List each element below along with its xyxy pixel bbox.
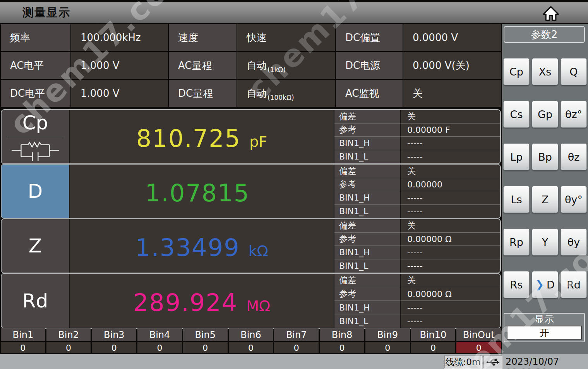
bin-header-binout: BinOut — [456, 328, 501, 341]
display-label: 显示 — [535, 314, 554, 325]
measurement-row-z: Z 1.33499 kΩ 偏差 关 参考 0.00000 Ω BIN1_H --… — [1, 218, 501, 273]
param-button-thetaz-deg[interactable]: θz° — [561, 101, 587, 128]
bin1-high-label: BIN1_H — [334, 301, 401, 314]
measurement-param-button-cp[interactable]: Cp — [2, 110, 70, 163]
bin1-low-value: ----- — [401, 205, 500, 218]
param-value-sub: (1kΩ) — [267, 66, 286, 74]
param-button-y[interactable]: Y — [532, 228, 558, 256]
divider — [7, 137, 63, 137]
param-label-ac-level: AC电平 — [1, 52, 70, 79]
param-button-d-selected[interactable]: ❯ D — [532, 271, 558, 298]
bin-header: Bin6 — [229, 328, 273, 341]
param-value-text: 1.000 V — [81, 88, 119, 99]
param-name: Cp — [22, 112, 48, 134]
param-value-text: 快速 — [247, 31, 267, 45]
reference-label: 参考 — [334, 233, 401, 246]
param-value-ac-level[interactable]: 1.000 V — [71, 52, 168, 79]
param-value-frequency[interactable]: 100.000kHz — [71, 24, 168, 51]
param-button-gp[interactable]: Gp — [532, 101, 558, 128]
param-button-ls[interactable]: Ls — [503, 186, 530, 213]
param-label-ac-range: AC量程 — [169, 52, 237, 79]
measurement-value-d: 1.07815 — [70, 176, 334, 207]
param-value-speed[interactable]: 快速 — [237, 24, 335, 51]
measurement-subtable: 偏差 关 参考 0.00000 Ω BIN1_H ----- BIN1_L --… — [334, 274, 500, 328]
title-bar: 测量显示 — [0, 2, 588, 23]
param-button-cp[interactable]: Cp — [503, 58, 530, 85]
reference-value: 0.00000 Ω — [401, 287, 500, 301]
param-button-row: Cs Gp θz° — [503, 101, 587, 128]
measurement-subtable: 偏差 关 参考 0.00000 Ω BIN1_H ----- BIN1_L --… — [334, 219, 500, 273]
datetime-display: 2023/10/07 09:02:30 — [506, 356, 588, 369]
bin1-low-value: ----- — [401, 314, 500, 328]
param-label-frequency: 频率 — [1, 24, 70, 51]
param-value-dc-level[interactable]: 1.000 V — [71, 80, 168, 107]
param-button-rp[interactable]: Rp — [503, 228, 530, 256]
measurement-row-d: D 1.07815 偏差 关 参考 0.00000 BIN1_H ----- B… — [1, 164, 501, 219]
measurement-number: 1.07815 — [145, 179, 250, 207]
bin-count: 0 — [46, 342, 91, 353]
reference-value: 0.00000 — [401, 178, 500, 192]
status-bar: 线缆:0m 2023/10/07 09:02:30 — [0, 354, 588, 369]
bin-header: Bin10 — [411, 328, 456, 341]
param-button-row: Rs ❯ D Rd — [503, 271, 587, 298]
param-button-bp[interactable]: Bp — [532, 143, 558, 170]
deviation-value: 关 — [401, 110, 500, 124]
bin1-low-value: ----- — [401, 150, 500, 164]
bin1-low-label: BIN1_L — [334, 150, 401, 164]
reference-label: 参考 — [334, 178, 401, 192]
param-button-thetay[interactable]: θy — [561, 228, 587, 256]
measurement-value-rd: 289.924 MΩ — [70, 285, 334, 317]
measurement-value-cp: 810.725 pF — [70, 121, 334, 153]
bin1-high-label: BIN1_H — [334, 191, 401, 205]
param-value-text: 0.000 V(关) — [413, 59, 470, 72]
param-value-ac-monitor[interactable]: 关 — [403, 80, 501, 107]
bin1-high-value: ----- — [401, 246, 500, 259]
param-button-thetay-deg[interactable]: θy° — [561, 186, 587, 213]
display-on-button[interactable]: 开 — [507, 326, 582, 340]
param-button-rs[interactable]: Rs — [503, 271, 530, 298]
param-button-rd[interactable]: Rd — [561, 271, 587, 298]
bin-header: Bin1 — [1, 328, 45, 341]
param-value-text: 自动 — [247, 59, 267, 72]
bin-header: Bin7 — [274, 328, 319, 341]
param-value-dc-range[interactable]: 自动(100kΩ) — [237, 80, 335, 107]
bin-count: 0 — [274, 342, 319, 353]
measurement-subtable: 偏差 关 参考 0.00000 F BIN1_H ----- BIN1_L --… — [334, 110, 500, 163]
param-label-dc-source: DC电源 — [336, 52, 403, 79]
measurement-number: 289.924 — [133, 288, 238, 317]
measurement-param-button-rd[interactable]: Rd — [2, 274, 70, 328]
param-value-ac-range[interactable]: 自动(1kΩ) — [237, 52, 335, 79]
param-button-lp[interactable]: Lp — [503, 143, 530, 170]
measurement-row-rd: Rd 289.924 MΩ 偏差 关 参考 0.00000 Ω BIN1_H -… — [1, 273, 501, 329]
home-button[interactable] — [542, 5, 559, 22]
param-value-dc-source[interactable]: 0.000 V(关) — [403, 52, 501, 79]
param-value-text: 自动 — [247, 87, 267, 100]
measurement-row-cp: Cp 810.725 pF 偏差 关 参考 0.00000 F BIN1_H -… — [1, 109, 501, 164]
param-label-ac-monitor: AC监视 — [336, 80, 403, 107]
param-value-text: 0.0000 V — [413, 32, 458, 43]
deviation-value: 关 — [401, 219, 500, 233]
param-label-dc-range: DC量程 — [169, 80, 237, 107]
param-button-xs[interactable]: Xs — [532, 58, 558, 85]
param-button-label: D — [547, 279, 555, 291]
bin-count: 0 — [137, 342, 182, 353]
deviation-label: 偏差 — [334, 274, 401, 287]
param-value-dc-bias[interactable]: 0.0000 V — [403, 24, 501, 51]
deviation-label: 偏差 — [334, 219, 401, 233]
bin1-high-label: BIN1_H — [334, 137, 401, 150]
param-button-cs[interactable]: Cs — [503, 101, 530, 128]
param-button-q[interactable]: Q — [561, 58, 587, 85]
param-button-thetaz[interactable]: θz — [561, 143, 587, 170]
measurement-unit: MΩ — [246, 297, 270, 314]
bin1-low-label: BIN1_L — [334, 259, 401, 273]
bin-header: Bin8 — [320, 328, 364, 341]
bin-count: 0 — [1, 342, 45, 353]
bin1-low-label: BIN1_L — [334, 205, 401, 218]
bin1-low-label: BIN1_L — [334, 314, 401, 328]
param-button-row: Cp Xs Q — [503, 58, 587, 85]
deviation-label: 偏差 — [334, 165, 401, 178]
measurement-param-button-z[interactable]: Z — [2, 219, 70, 273]
measurement-param-button-d[interactable]: D — [2, 165, 70, 218]
param-label-speed: 速度 — [169, 24, 237, 51]
param-button-z[interactable]: Z — [532, 186, 558, 213]
